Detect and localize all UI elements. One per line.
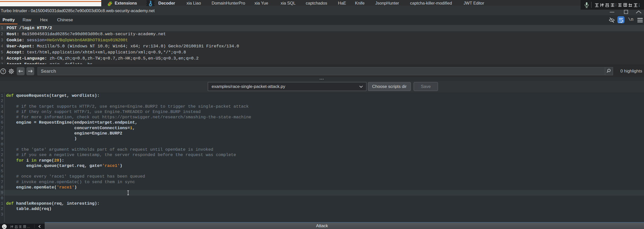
svg-text:?: ? — [2, 69, 4, 73]
